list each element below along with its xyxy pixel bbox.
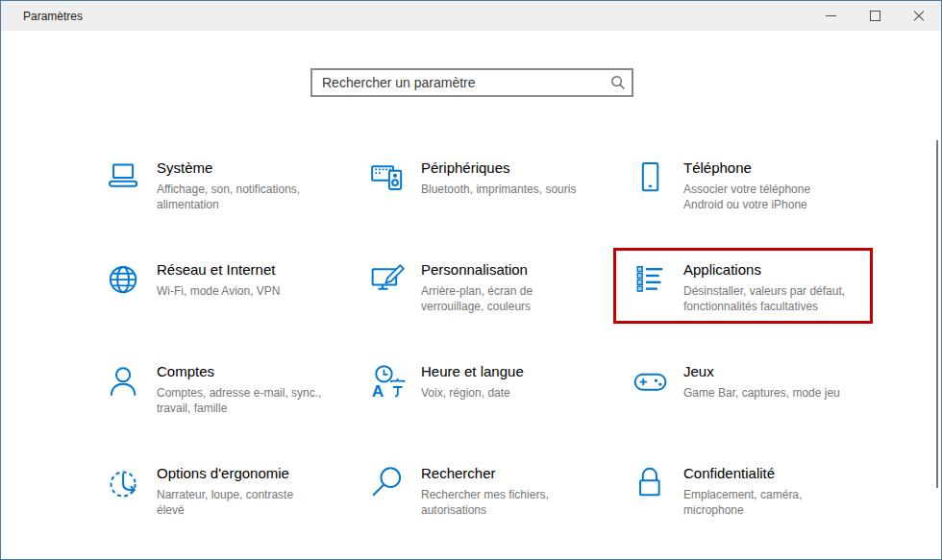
ease-of-access-icon	[105, 465, 143, 507]
apps-list-icon	[632, 261, 670, 304]
clock-language-icon: A	[369, 363, 408, 405]
tile-description: Désinstaller, valeurs par défaut, foncti…	[683, 283, 845, 314]
gamepad-icon	[632, 363, 670, 405]
minimize-button[interactable]	[808, 1, 853, 31]
window-controls	[808, 1, 941, 31]
phone-icon	[632, 159, 670, 202]
tile-text: Réseau et InternetWi-Fi, mode Avion, VPN	[157, 259, 280, 299]
tile-text: TéléphoneAssocier votre téléphone Androi…	[683, 158, 810, 212]
window-title: Paramètres	[23, 10, 83, 23]
settings-grid: SystèmeAffichage, son, notifications, al…	[93, 158, 880, 560]
tile-text: ComptesComptes, adresse e-mail, sync., t…	[157, 361, 321, 416]
tile-title: Jeux	[683, 362, 840, 381]
tile-title: Heure et langue	[421, 362, 524, 381]
settings-tile-rechercher[interactable]: RechercherRechercher mes fichiers, autor…	[358, 463, 620, 560]
tile-text: Heure et langueVoix, région, date	[421, 361, 524, 401]
search-input[interactable]	[310, 68, 633, 97]
search-category-icon	[369, 465, 408, 507]
globe-icon	[105, 261, 143, 304]
tile-text: JeuxGame Bar, captures, mode jeu	[683, 361, 840, 401]
settings-tile-reseau-et-internet[interactable]: Réseau et InternetWi-Fi, mode Avion, VPN	[93, 259, 358, 361]
tile-description: Associer votre téléphone Android ou votr…	[683, 182, 810, 212]
tile-description: Rechercher mes fichiers, autorisations	[421, 487, 549, 518]
tile-title: Personnalisation	[421, 260, 533, 280]
tile-title: Périphériques	[421, 158, 576, 178]
lock-icon	[632, 465, 670, 507]
tile-description: Bluetooth, imprimantes, souris	[421, 182, 576, 197]
tile-text: SystèmeAffichage, son, notifications, al…	[157, 158, 300, 212]
search-box	[310, 68, 633, 97]
tile-title: Système	[157, 158, 300, 178]
tile-text: ConfidentialitéEmplacement, caméra, micr…	[683, 463, 802, 518]
tile-title: Applications	[683, 260, 845, 280]
tile-text: RechercherRechercher mes fichiers, autor…	[421, 463, 549, 518]
tile-text: ApplicationsDésinstaller, valeurs par dé…	[683, 259, 845, 314]
close-icon	[913, 11, 925, 22]
tile-title: Confidentialité	[683, 464, 802, 483]
close-button[interactable]	[897, 1, 941, 31]
tile-title: Comptes	[157, 362, 321, 381]
tile-description: Game Bar, captures, mode jeu	[683, 385, 840, 401]
settings-tile-systeme[interactable]: SystèmeAffichage, son, notifications, al…	[93, 158, 358, 259]
devices-icon	[369, 159, 408, 202]
tile-description: Voix, région, date	[421, 385, 524, 401]
maximize-button[interactable]	[853, 1, 897, 31]
tile-text: Options d'ergonomieNarrateur, loupe, con…	[157, 463, 293, 518]
tile-description: Affichage, son, notifications, alimentat…	[157, 182, 300, 212]
vertical-scrollbar[interactable]	[936, 140, 938, 488]
tile-title: Rechercher	[421, 464, 549, 483]
settings-tile-jeux[interactable]: JeuxGame Bar, captures, mode jeu	[620, 361, 880, 463]
personalization-icon	[369, 261, 408, 304]
tile-title: Options d'ergonomie	[157, 464, 293, 483]
tile-description: Narrateur, loupe, contraste élevé	[157, 487, 293, 518]
tile-text: PériphériquesBluetooth, imprimantes, sou…	[421, 158, 576, 197]
minimize-icon	[826, 15, 836, 16]
tile-title: Réseau et Internet	[157, 260, 280, 280]
svg-text:A: A	[372, 381, 384, 401]
tile-description: Wi-Fi, mode Avion, VPN	[157, 283, 280, 299]
settings-tile-confidentialite[interactable]: ConfidentialitéEmplacement, caméra, micr…	[620, 463, 880, 560]
tile-text: PersonnalisationArrière-plan, écran de v…	[421, 259, 533, 314]
settings-tile-heure-et-langue[interactable]: AHeure et langueVoix, région, date	[358, 361, 620, 463]
settings-tile-comptes[interactable]: ComptesComptes, adresse e-mail, sync., t…	[93, 361, 358, 463]
settings-window: Paramètres SystèmeAffichage, son, notifi…	[0, 0, 942, 560]
settings-tile-telephone[interactable]: TéléphoneAssocier votre téléphone Androi…	[620, 158, 880, 259]
maximize-icon	[870, 11, 880, 21]
laptop-icon	[105, 159, 143, 202]
tile-description: Emplacement, caméra, microphone	[683, 487, 802, 518]
title-bar: Paramètres	[1, 1, 941, 31]
settings-tile-personnalisation[interactable]: PersonnalisationArrière-plan, écran de v…	[358, 259, 620, 361]
person-icon	[105, 363, 143, 405]
tile-description: Comptes, adresse e-mail, sync., travail,…	[157, 385, 321, 416]
tile-description: Arrière-plan, écran de verrouillage, cou…	[421, 283, 533, 314]
settings-tile-peripheriques[interactable]: PériphériquesBluetooth, imprimantes, sou…	[358, 158, 620, 259]
settings-tile-options-d-ergonomie[interactable]: Options d'ergonomieNarrateur, loupe, con…	[93, 463, 358, 560]
settings-tile-applications[interactable]: ApplicationsDésinstaller, valeurs par dé…	[620, 259, 880, 361]
tile-title: Téléphone	[683, 158, 810, 178]
